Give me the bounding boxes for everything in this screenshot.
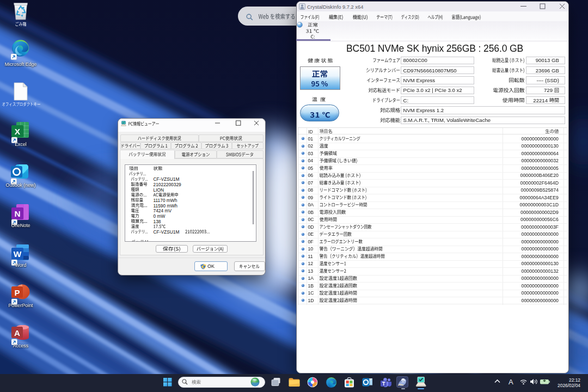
- svg-text:X: X: [15, 127, 21, 136]
- svg-text:P: P: [14, 288, 20, 297]
- svg-text:A: A: [14, 328, 20, 338]
- svg-text:W: W: [14, 249, 22, 259]
- svg-text:N: N: [14, 209, 20, 218]
- svg-text:A: A: [509, 378, 513, 386]
